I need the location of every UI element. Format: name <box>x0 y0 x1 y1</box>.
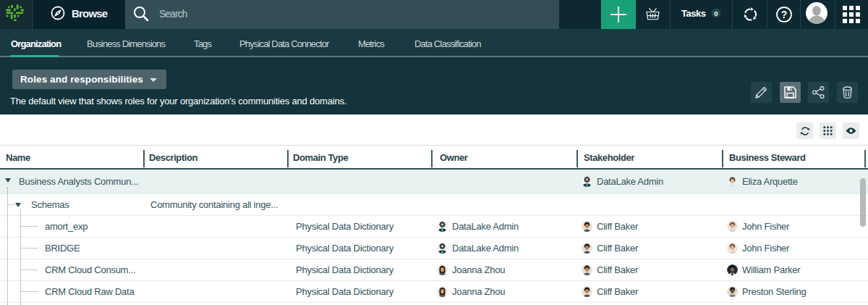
svg-text:?: ? <box>781 9 788 20</box>
